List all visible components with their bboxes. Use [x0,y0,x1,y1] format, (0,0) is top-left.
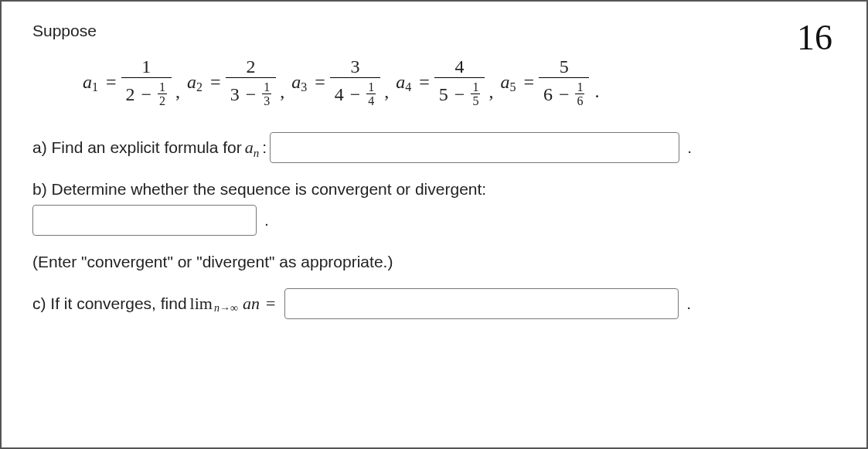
numerator: 5 [555,56,574,77]
question-c-text: c) If it converges, find [32,294,187,313]
numerator: 4 [451,56,469,77]
minus-sign: − [454,85,465,104]
limit-expression: lim n→∞ an = [190,294,282,314]
numerator: 3 [346,56,365,77]
numerator: 1 [137,56,155,77]
lim-n: n [214,302,220,314]
period: . [264,211,269,230]
hint-text: (Enter "convergent" or "divergent" as ap… [32,253,393,271]
var-a: a [187,72,196,93]
colon: : [262,138,267,157]
subscript: 2 [196,80,203,94]
subscript: 5 [509,80,516,94]
small-den: 2 [158,94,167,107]
equals-sign: = [210,72,221,93]
term-a5: a 5 = 5 6 − 1 6 [500,56,589,109]
fraction: 2 3 − 1 3 [226,56,277,109]
an-symbol: an [243,294,260,314]
small-fraction: 1 2 [158,81,167,107]
var-a: a [291,72,301,93]
a-var: a [245,138,254,157]
equals-sign: = [106,72,117,93]
answer-input-c[interactable] [284,288,679,319]
small-fraction: 1 4 [366,81,376,107]
den-int: 6 [543,85,553,104]
arrow-icon: → [220,302,230,314]
lim-subscript: n→∞ [214,302,238,315]
question-c-row: c) If it converges, find lim n→∞ an = . [32,288,836,319]
minus-sign: − [141,85,152,104]
sequence-terms: a 1 = 1 2 − 1 2 , a 2 [80,56,836,109]
answer-input-b[interactable] [32,205,257,236]
question-b-text: b) Determine whether the sequence is con… [32,180,486,199]
var-a: a [396,72,405,93]
question-a-row: a) Find an explicit formula for an : . [32,132,836,163]
denominator: 5 − 1 5 [434,78,485,109]
denominator: 2 − 1 2 [121,78,172,109]
small-num: 1 [158,81,167,94]
numerator: 2 [241,56,260,77]
equals-sign: = [419,72,430,93]
infinity-icon: ∞ [230,302,238,314]
question-b-input-row: . [32,205,836,236]
minus-sign: − [350,85,361,104]
question-a-text: a) Find an explicit formula for [32,138,242,157]
question-b-row: b) Determine whether the sequence is con… [32,180,836,199]
fraction: 1 2 − 1 2 [121,56,172,109]
denominator: 6 − 1 6 [539,78,590,109]
fraction: 5 6 − 1 6 [539,56,590,109]
comma: , [488,81,493,102]
small-den: 3 [262,94,271,107]
comma: , [280,81,284,102]
minus-sign: − [246,85,257,104]
small-num: 1 [262,81,271,94]
var-a: a [500,72,509,93]
equals-sign: = [523,72,534,93]
denominator: 4 − 1 4 [330,78,381,109]
comma: , [175,81,180,102]
question-b-hint: (Enter "convergent" or "divergent" as ap… [32,253,836,271]
equals-sign: = [315,72,325,93]
term-a3: a 3 = 3 4 − 1 4 [291,56,380,109]
period: . [686,294,691,313]
equals-sign: = [266,294,275,314]
small-den: 4 [366,94,376,107]
small-den: 6 [575,94,584,107]
small-fraction: 1 3 [262,81,271,107]
small-fraction: 1 5 [471,81,480,107]
lim-word: lim [190,294,213,314]
comma: , [384,81,389,102]
page-number: 16 [797,17,832,58]
subscript: 4 [405,80,411,94]
term-a4: a 4 = 4 5 − 1 5 [396,56,485,109]
den-int: 2 [126,85,135,104]
small-num: 1 [575,81,584,94]
minus-sign: − [559,85,570,104]
var-a: a [83,72,92,93]
subscript: 3 [301,80,307,94]
small-num: 1 [366,81,376,94]
small-den: 5 [471,94,480,107]
trailing-period: . [594,81,599,102]
problem-page: 16 Suppose a 1 = 1 2 − 1 2 , [0,0,868,449]
n-sub: n [254,147,260,159]
intro-text: Suppose [32,22,836,40]
fraction: 3 4 − 1 4 [330,56,381,109]
den-int: 5 [439,85,448,104]
small-num: 1 [471,81,480,94]
answer-input-a[interactable] [270,132,679,163]
an-symbol: an [245,138,260,158]
den-int: 3 [230,85,240,104]
term-a1: a 1 = 1 2 − 1 2 [83,56,172,109]
a-var: a [243,294,251,313]
subscript: 1 [92,80,98,94]
small-fraction: 1 6 [575,81,584,107]
period: . [687,138,692,157]
denominator: 3 − 1 3 [226,78,277,109]
fraction: 4 5 − 1 5 [434,56,485,109]
den-int: 4 [335,85,344,104]
term-a2: a 2 = 2 3 − 1 3 [187,56,276,109]
n-sub: n [251,294,260,313]
